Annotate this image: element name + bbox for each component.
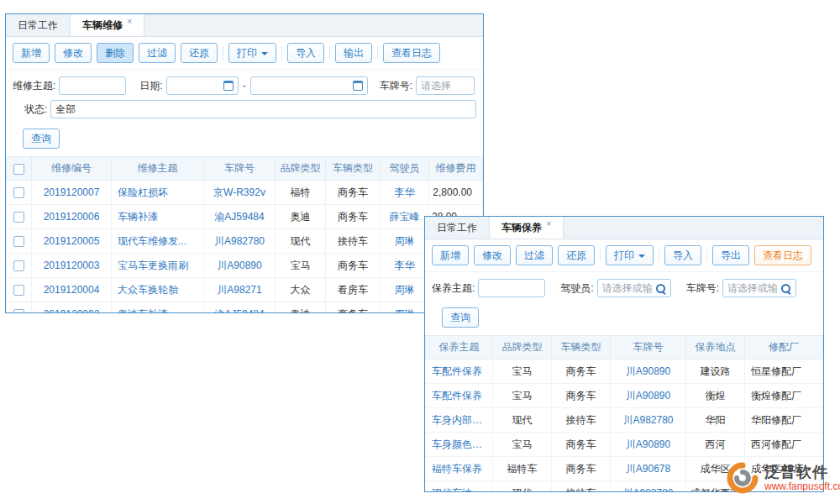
- cell[interactable]: 大众车换轮胎: [112, 278, 204, 302]
- table-row[interactable]: 2019120007保险杠损坏京W-R392v福特商务车李华2,800.00: [7, 181, 483, 205]
- import-button[interactable]: 导入: [664, 245, 701, 265]
- cell[interactable]: 2019120006: [32, 205, 112, 229]
- cell[interactable]: 周琳: [381, 278, 429, 302]
- cell[interactable]: 川A98271: [204, 278, 276, 302]
- cell[interactable]: 车身颜色保养: [426, 433, 493, 457]
- row-checkbox[interactable]: [13, 309, 24, 313]
- cell[interactable]: 李华: [381, 181, 429, 205]
- export-button[interactable]: 导出: [712, 245, 749, 265]
- row-checkbox[interactable]: [13, 212, 24, 223]
- cell[interactable]: 川A982780: [611, 408, 686, 433]
- print-button[interactable]: 打印: [606, 245, 654, 265]
- repair-plate-input[interactable]: 请选择: [416, 76, 475, 95]
- cell[interactable]: 奥迪车补漆: [112, 302, 204, 314]
- column-header[interactable]: 保养地点: [686, 336, 745, 360]
- output-button[interactable]: 输出: [335, 43, 372, 63]
- column-header[interactable]: 车辆类型: [326, 157, 381, 181]
- column-header[interactable]: 品牌类型: [493, 336, 552, 360]
- calendar-icon[interactable]: [353, 81, 363, 91]
- cell[interactable]: 川A90890: [611, 384, 686, 408]
- table-row[interactable]: 车身颜色保养宝马商务车川A90890西河西河修配厂: [426, 433, 823, 457]
- cell[interactable]: 现代车维修发...: [112, 229, 204, 254]
- cell[interactable]: 川A90890: [611, 360, 686, 384]
- cell[interactable]: 2019120004: [32, 278, 112, 302]
- column-header[interactable]: 车辆类型: [552, 336, 611, 360]
- cell[interactable]: 渝AJ59484: [204, 205, 276, 229]
- cell[interactable]: 川A982780: [611, 481, 686, 493]
- status-select[interactable]: 全部: [50, 100, 476, 118]
- cell[interactable]: 福特车保养: [426, 457, 493, 481]
- view-log-button[interactable]: 查看日志: [754, 245, 811, 265]
- cell[interactable]: 车配件保养: [426, 360, 493, 384]
- maintenance-subject-input[interactable]: [478, 279, 545, 297]
- restore-button[interactable]: 还原: [558, 245, 595, 265]
- column-header[interactable]: 保养主题: [426, 336, 493, 360]
- select-all-checkbox[interactable]: [13, 164, 24, 175]
- column-header[interactable]: 车牌号: [204, 157, 276, 181]
- close-tab-icon[interactable]: ×: [546, 218, 551, 228]
- cell[interactable]: 川A90890: [611, 433, 686, 457]
- edit-button[interactable]: 修改: [474, 245, 511, 265]
- tab-daily-work[interactable]: 日常工作: [6, 14, 70, 36]
- cell[interactable]: 周琳: [381, 229, 429, 254]
- cell[interactable]: 薛宝峰: [381, 205, 429, 229]
- query-button[interactable]: 查询: [23, 129, 60, 149]
- import-button[interactable]: 导入: [287, 43, 324, 63]
- restore-button[interactable]: 还原: [181, 43, 218, 63]
- table-row[interactable]: 车身内部保养现代接待车川A982780华阳华阳修配厂: [426, 408, 823, 433]
- row-checkbox[interactable]: [13, 285, 24, 296]
- cell[interactable]: 车身内部保养: [426, 408, 493, 433]
- column-header[interactable]: 维修编号: [32, 157, 112, 181]
- cell[interactable]: 2019120002: [32, 302, 112, 314]
- cell[interactable]: 车辆补漆: [112, 205, 204, 229]
- cell[interactable]: 京W-R392v: [204, 181, 276, 205]
- add-button[interactable]: 新增: [13, 43, 50, 63]
- row-checkbox[interactable]: [13, 236, 24, 247]
- cell[interactable]: 2019120005: [32, 229, 112, 254]
- table-row[interactable]: 2019120005现代车维修发...川A982780现代接待车周琳: [7, 229, 483, 254]
- table-row[interactable]: 2019120004大众车换轮胎川A98271大众看房车周琳: [7, 278, 483, 302]
- table-row[interactable]: 2019120006车辆补漆渝AJ59484奥迪商务车薛宝峰28,000.00: [7, 205, 483, 229]
- print-button[interactable]: 打印: [228, 43, 276, 63]
- add-button[interactable]: 新增: [432, 245, 469, 265]
- table-row[interactable]: 2019120003宝马车更换雨刷川A90890宝马商务车李华: [7, 254, 483, 278]
- cell[interactable]: 川A90678: [611, 457, 686, 481]
- cell[interactable]: 现代车油箱维修: [426, 481, 493, 493]
- repair-subject-input[interactable]: [59, 76, 126, 95]
- driver-input[interactable]: 请选择或输: [597, 279, 671, 297]
- date-to-input[interactable]: [250, 76, 368, 95]
- calendar-icon[interactable]: [223, 81, 234, 91]
- table-row[interactable]: 车配件保养宝马商务车川A90890衡煌衡煌修配厂: [426, 384, 823, 408]
- date-from-input[interactable]: [166, 76, 239, 95]
- column-header[interactable]: 维修主题: [112, 157, 204, 181]
- table-row[interactable]: 车配件保养宝马商务车川A90890建设路恒星修配厂: [426, 360, 823, 384]
- column-header[interactable]: 维修费用: [429, 157, 483, 181]
- cell[interactable]: 川A982780: [204, 229, 276, 254]
- row-checkbox[interactable]: [13, 187, 24, 198]
- filter-button[interactable]: 过滤: [139, 43, 176, 63]
- search-icon[interactable]: [655, 283, 666, 294]
- query-button[interactable]: 查询: [442, 307, 479, 328]
- delete-button[interactable]: 删除: [97, 43, 134, 63]
- cell[interactable]: 周琳: [381, 302, 429, 314]
- filter-button[interactable]: 过滤: [516, 245, 553, 265]
- cell[interactable]: 2019120003: [32, 254, 112, 278]
- maintenance-plate-input[interactable]: 请选择或输: [722, 279, 796, 297]
- cell[interactable]: 宝马车更换雨刷: [112, 254, 204, 278]
- view-log-button[interactable]: 查看日志: [383, 43, 440, 63]
- cell[interactable]: 车配件保养: [426, 384, 493, 408]
- cell[interactable]: 李华: [381, 254, 429, 278]
- column-header[interactable]: 品牌类型: [276, 157, 326, 181]
- tab-daily-work[interactable]: 日常工作: [425, 217, 489, 239]
- tab-vehicle-repair[interactable]: 车辆维修×: [70, 14, 144, 36]
- table-row[interactable]: 2019120002奥迪车补漆渝AJ59484奥迪商务车周琳: [7, 302, 483, 314]
- search-icon[interactable]: [780, 283, 791, 294]
- row-checkbox[interactable]: [13, 260, 24, 271]
- cell[interactable]: 川A90890: [204, 254, 276, 278]
- cell[interactable]: 渝AJ59484: [204, 302, 276, 314]
- column-header[interactable]: 车牌号: [611, 336, 686, 360]
- tab-vehicle-maintenance[interactable]: 车辆保养×: [489, 217, 564, 239]
- edit-button[interactable]: 修改: [55, 43, 92, 63]
- column-header[interactable]: 修配厂: [745, 336, 823, 360]
- cell[interactable]: 2019120007: [32, 181, 112, 205]
